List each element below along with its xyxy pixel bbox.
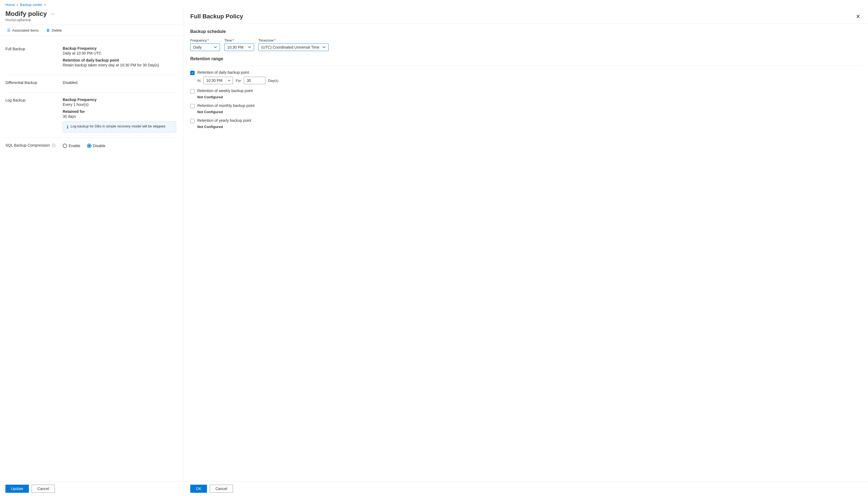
delete-icon: 🗑	[46, 28, 50, 32]
disable-radio[interactable]	[87, 144, 91, 148]
daily-retention-inputs: At 10:30 PM 12:00 AM For Day(s)	[197, 77, 862, 84]
compression-radio-group: Enable Disable	[63, 144, 178, 148]
page-title-row: Modify policy ···	[5, 10, 178, 18]
info-icon: ℹ	[67, 124, 69, 129]
breadcrumb-sep2: >	[44, 3, 46, 7]
ok-button[interactable]: OK	[190, 485, 207, 493]
timezone-required: *	[274, 38, 276, 42]
backup-schedule-form: Frequency* Daily Weekly Time* 10:30 PM 1…	[190, 38, 862, 51]
associated-items-label: Associated items	[12, 28, 39, 32]
retention-daily-label: Retention of daily backup point	[63, 58, 178, 62]
log-freq-value: Every 1 hour(s)	[63, 102, 178, 107]
right-content: Backup schedule Frequency* Daily Weekly …	[184, 24, 868, 481]
monthly-retention-content: Retention of monthly backup point Not Co…	[197, 104, 862, 114]
yearly-not-configured: Not Configured	[197, 125, 862, 129]
weekly-retention-content: Retention of weekly backup point Not Con…	[197, 89, 862, 99]
associated-items-button[interactable]: ☰ Associated items	[5, 27, 40, 33]
log-retained-label: Retained for	[63, 109, 178, 114]
compression-content: Enable Disable	[63, 142, 178, 148]
monthly-checkbox[interactable]	[190, 104, 195, 108]
timezone-group: Timezone* (UTC) Coordinated Universal Ti…	[258, 38, 329, 51]
close-button[interactable]: ✕	[855, 12, 862, 21]
daily-retention-row: Retention of daily backup point At 10:30…	[190, 70, 862, 84]
toolbar: ☰ Associated items 🗑 Delete	[0, 25, 183, 36]
time-select[interactable]: 10:30 PM 12:00 AM 6:00 AM	[224, 44, 254, 51]
yearly-checkbox[interactable]	[190, 119, 195, 123]
frequency-label: Frequency*	[190, 38, 220, 42]
differential-backup-section: Differential Backup Disabled	[5, 75, 178, 93]
disable-label: Disable	[93, 144, 106, 148]
right-header: Full Backup Policy ✕	[184, 8, 868, 24]
enable-label: Enable	[69, 144, 80, 148]
log-retained-value: 30 days	[63, 114, 178, 119]
frequency-select[interactable]: Daily Weekly	[190, 44, 220, 51]
yearly-retention-label: Retention of yearly backup point	[197, 118, 862, 123]
left-footer: Update Cancel	[0, 481, 183, 496]
retention-range-heading: Retention range	[190, 57, 862, 61]
log-backup-section: Log Backup Backup Frequency Every 1 hour…	[5, 93, 178, 138]
right-footer: OK Cancel	[184, 481, 868, 496]
weekly-retention-label: Retention of weekly backup point	[197, 89, 862, 93]
enable-option[interactable]: Enable	[63, 144, 80, 148]
right-panel: Full Backup Policy ✕ Backup schedule Fre…	[184, 8, 868, 496]
compression-info-icon: ⓘ	[52, 143, 55, 148]
monthly-retention-row: Retention of monthly backup point Not Co…	[190, 104, 862, 114]
info-box: ℹ Log backup for DBs in simple recovery …	[63, 121, 176, 133]
log-backup-content: Backup Frequency Every 1 hour(s) Retaine…	[63, 97, 178, 133]
cancel-button-right[interactable]: Cancel	[210, 485, 233, 493]
info-text: Log backup for DBs in simple recovery mo…	[71, 124, 166, 128]
update-button[interactable]: Update	[5, 485, 29, 493]
breadcrumb-home[interactable]: Home	[5, 3, 15, 7]
yearly-retention-row: Retention of yearly backup point Not Con…	[190, 118, 862, 129]
log-backup-label: Log Backup	[5, 97, 59, 133]
at-label: At	[197, 79, 200, 83]
differential-backup-label: Differential Backup	[5, 80, 59, 88]
panel-title: Full Backup Policy	[190, 13, 243, 20]
daily-for-input[interactable]	[244, 77, 265, 84]
timezone-select[interactable]: (UTC) Coordinated Universal Time (UTC-05…	[258, 44, 329, 51]
log-freq-label: Backup Frequency	[63, 97, 178, 102]
daily-at-select[interactable]: 10:30 PM 12:00 AM	[203, 77, 233, 84]
daily-retention-label: Retention of daily backup point	[197, 70, 862, 75]
time-required: *	[233, 38, 234, 42]
differential-value: Disabled	[63, 80, 178, 85]
full-backup-label: Full Backup	[5, 46, 59, 70]
backup-freq-value: Daily at 10:30 PM UTC	[63, 51, 178, 55]
breadcrumb-sep1: >	[16, 3, 18, 7]
monthly-not-configured: Not Configured	[197, 110, 862, 114]
compression-label: SQL Backup Compression ⓘ	[5, 142, 59, 148]
more-button[interactable]: ···	[49, 11, 56, 17]
compression-section: SQL Backup Compression ⓘ Enable Disable	[5, 138, 178, 153]
time-group: Time* 10:30 PM 12:00 AM 6:00 AM	[224, 38, 254, 51]
left-panel: Modify policy ··· HourlyLogBackup ☰ Asso…	[0, 8, 184, 496]
daily-checkbox[interactable]	[190, 71, 195, 75]
disable-option[interactable]: Disable	[87, 144, 106, 148]
retention-daily-value: Retain backup taken every day at 10:30 P…	[63, 63, 178, 67]
weekly-checkbox[interactable]	[190, 89, 195, 93]
yearly-retention-content: Retention of yearly backup point Not Con…	[197, 118, 862, 129]
delete-button[interactable]: 🗑 Delete	[45, 27, 63, 33]
main-layout: Modify policy ··· HourlyLogBackup ☰ Asso…	[0, 8, 868, 496]
backup-schedule-heading: Backup schedule	[190, 29, 862, 34]
page-title: Modify policy	[5, 10, 47, 18]
left-content: Full Backup Backup Frequency Daily at 10…	[0, 36, 183, 481]
enable-radio[interactable]	[63, 144, 67, 148]
list-icon: ☰	[7, 28, 11, 32]
left-header: Modify policy ··· HourlyLogBackup	[0, 8, 183, 25]
full-backup-content: Backup Frequency Daily at 10:30 PM UTC R…	[63, 46, 178, 70]
daily-unit: Day(s)	[268, 79, 278, 83]
for-label: For	[236, 79, 241, 83]
policy-subtitle: HourlyLogBackup	[5, 18, 178, 22]
timezone-label: Timezone*	[258, 38, 329, 42]
cancel-button-left[interactable]: Cancel	[32, 485, 55, 493]
weekly-retention-row: Retention of weekly backup point Not Con…	[190, 89, 862, 99]
breadcrumb: Home > Backup center >	[0, 0, 868, 8]
daily-retention-content: Retention of daily backup point At 10:30…	[197, 70, 862, 84]
weekly-not-configured: Not Configured	[197, 95, 862, 99]
backup-freq-label: Backup Frequency	[63, 46, 178, 50]
differential-backup-content: Disabled	[63, 80, 178, 88]
delete-label: Delete	[51, 28, 62, 32]
monthly-retention-label: Retention of monthly backup point	[197, 104, 862, 108]
frequency-required: *	[207, 38, 209, 42]
breadcrumb-backup-center[interactable]: Backup center	[20, 3, 42, 7]
